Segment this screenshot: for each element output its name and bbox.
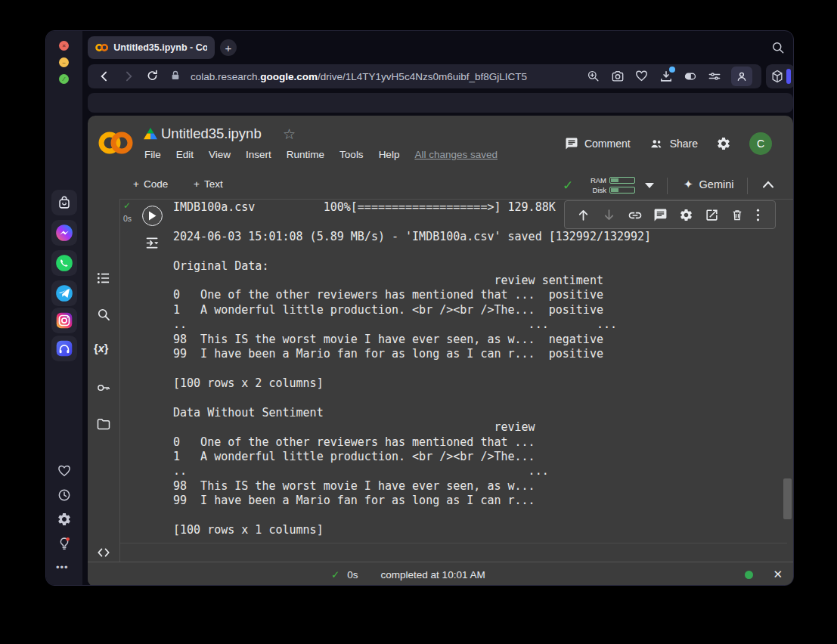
url-path: /drive/1L4TY1yvH5c4Nzs0m6uibf_bf8GjLICT5 bbox=[318, 71, 527, 82]
dock-app-store[interactable] bbox=[51, 190, 77, 215]
add-code-label: Code bbox=[144, 178, 168, 190]
move-cell-up-icon[interactable] bbox=[576, 208, 591, 222]
more-apps-ellipsis[interactable]: ••• bbox=[56, 562, 69, 573]
add-text-label: Text bbox=[204, 178, 223, 190]
status-completed-text: completed at 10:01 AM bbox=[381, 569, 485, 581]
execution-status-bar: ✓ 0s completed at 10:01 AM ✕ bbox=[88, 562, 793, 586]
move-cell-down-icon[interactable] bbox=[602, 208, 616, 222]
share-button[interactable]: Share bbox=[649, 137, 698, 150]
table-of-contents-icon[interactable] bbox=[96, 271, 111, 286]
cell-check-icon: ✓ bbox=[123, 200, 131, 211]
play-icon bbox=[148, 211, 157, 221]
extension-pill bbox=[766, 64, 794, 88]
new-tab-button[interactable]: + bbox=[220, 39, 237, 56]
url-domain: google.com bbox=[260, 71, 318, 82]
status-green-dot bbox=[745, 571, 753, 579]
favorites-heart-icon[interactable] bbox=[57, 463, 72, 478]
plus-icon: + bbox=[194, 178, 200, 190]
menu-insert[interactable]: Insert bbox=[246, 149, 271, 160]
menu-bar: File Edit View Insert Runtime Tools Help… bbox=[144, 149, 498, 160]
run-cell-button[interactable] bbox=[142, 206, 163, 226]
url-text[interactable]: colab.research.google.com/drive/1L4TY1yv… bbox=[191, 71, 577, 82]
code-snippets-icon[interactable] bbox=[96, 545, 111, 560]
history-clock-icon[interactable] bbox=[57, 488, 72, 503]
status-exec-time: 0s bbox=[347, 569, 358, 581]
cell-output-text: IMDB100a.csv 100%[===================>] … bbox=[173, 200, 651, 537]
cell-settings-gear-icon[interactable] bbox=[679, 208, 693, 222]
menu-file[interactable]: File bbox=[144, 149, 161, 160]
menu-edit[interactable]: Edit bbox=[176, 149, 194, 160]
menu-help[interactable]: Help bbox=[379, 149, 400, 160]
forward-icon[interactable] bbox=[121, 69, 136, 84]
zoom-page-icon[interactable] bbox=[586, 69, 601, 84]
gemini-button[interactable]: ✦ Gemini bbox=[684, 178, 734, 191]
colab-page: Untitled35.ipynb ☆ File Edit View Insert… bbox=[88, 116, 793, 586]
screenshot-stage: × – ⁄ bbox=[0, 0, 837, 644]
back-icon[interactable] bbox=[97, 69, 112, 84]
disk-bar bbox=[609, 187, 635, 194]
files-folder-icon[interactable] bbox=[96, 416, 111, 432]
ram-bar bbox=[609, 177, 635, 184]
headphones-icon bbox=[54, 339, 74, 358]
add-comment-icon[interactable] bbox=[653, 208, 668, 222]
resource-meter[interactable]: RAM Disk bbox=[585, 176, 635, 194]
dock-whatsapp[interactable] bbox=[51, 250, 77, 276]
more-actions-icon[interactable] bbox=[756, 208, 764, 222]
colab-tab-icon bbox=[95, 42, 108, 53]
copy-link-icon[interactable] bbox=[628, 208, 642, 222]
url-bar[interactable]: colab.research.google.com/drive/1L4TY1yv… bbox=[88, 64, 761, 88]
colab-header: Untitled35.ipynb ☆ File Edit View Insert… bbox=[88, 116, 793, 173]
dock-telegram[interactable] bbox=[51, 280, 77, 306]
find-replace-icon[interactable] bbox=[96, 307, 111, 322]
add-code-button[interactable]: + Code bbox=[133, 178, 168, 190]
star-icon[interactable]: ☆ bbox=[283, 125, 296, 143]
comment-button[interactable]: Comment bbox=[565, 137, 631, 150]
mirror-cell-icon[interactable] bbox=[705, 208, 719, 222]
downloads-icon[interactable] bbox=[659, 69, 674, 84]
dock-instagram[interactable] bbox=[51, 308, 77, 333]
delete-cell-trash-icon[interactable] bbox=[730, 208, 745, 222]
menu-view[interactable]: View bbox=[209, 149, 231, 160]
messenger-icon bbox=[54, 223, 74, 243]
dock-music-app[interactable] bbox=[51, 336, 77, 361]
autosave-status[interactable]: All changes saved bbox=[414, 149, 498, 160]
variables-icon[interactable]: {x} bbox=[94, 342, 108, 355]
notebook-title[interactable]: Untitled35.ipynb bbox=[161, 125, 262, 142]
cell-exec-time: 0s bbox=[123, 214, 132, 223]
window-minimize-button[interactable]: – bbox=[59, 57, 69, 67]
reload-icon[interactable] bbox=[145, 69, 160, 84]
menu-runtime[interactable]: Runtime bbox=[287, 149, 324, 160]
screenshot-camera-icon[interactable] bbox=[610, 69, 625, 84]
add-text-button[interactable]: + Text bbox=[194, 178, 223, 190]
dock-messenger[interactable] bbox=[51, 220, 77, 246]
settings-sliders-icon[interactable] bbox=[707, 69, 722, 84]
notification-dot bbox=[66, 537, 70, 541]
collapse-chevron-up-icon[interactable] bbox=[762, 181, 774, 188]
gemini-label: Gemini bbox=[699, 178, 734, 190]
status-check-icon: ✓ bbox=[331, 568, 339, 581]
url-prefix: colab.research. bbox=[191, 71, 260, 82]
colab-settings-gear-icon[interactable] bbox=[716, 136, 731, 151]
secrets-key-icon[interactable] bbox=[96, 380, 111, 395]
settings-gear-icon[interactable] bbox=[57, 512, 72, 527]
vertical-scrollbar-thumb[interactable] bbox=[783, 478, 792, 519]
sidebar-indicator[interactable] bbox=[786, 69, 791, 84]
profile-icon[interactable] bbox=[731, 67, 752, 86]
tab-search-icon[interactable] bbox=[770, 40, 786, 55]
lock-icon bbox=[169, 69, 181, 84]
bookmark-heart-icon[interactable] bbox=[634, 69, 649, 84]
menu-tools[interactable]: Tools bbox=[339, 149, 364, 160]
close-status-icon[interactable]: ✕ bbox=[773, 568, 783, 581]
output-stream-icon[interactable] bbox=[144, 235, 160, 251]
extension-cube-icon[interactable] bbox=[770, 69, 785, 84]
cell-bottom-border bbox=[119, 543, 787, 543]
browser-tab[interactable]: Untitled35.ipynb - Colab bbox=[88, 36, 215, 59]
window-zoom-button[interactable]: ⁄ bbox=[59, 74, 69, 84]
window-close-button[interactable]: × bbox=[59, 41, 69, 51]
share-people-icon bbox=[649, 137, 664, 150]
reader-view-icon[interactable] bbox=[683, 69, 698, 84]
ideas-lightbulb-icon[interactable] bbox=[57, 536, 72, 551]
runtime-dropdown-caret[interactable] bbox=[644, 182, 655, 189]
account-avatar[interactable]: C bbox=[749, 132, 772, 155]
drive-icon bbox=[144, 128, 157, 140]
